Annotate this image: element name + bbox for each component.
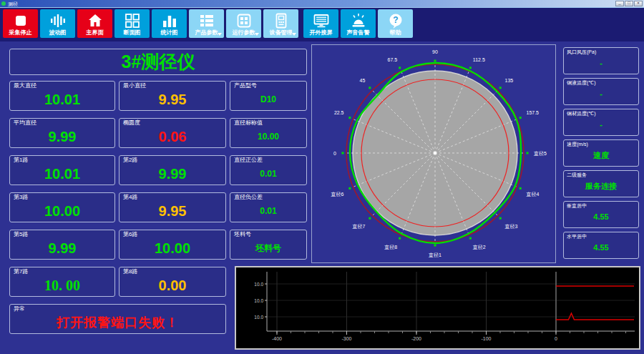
toolbar-button-label: 设备管理 bbox=[270, 30, 293, 36]
toolbar-button-waveform[interactable]: 波动图 bbox=[40, 9, 75, 38]
gauge-title-card: 3#测径仪 bbox=[9, 49, 307, 75]
x-tick-label: -300 bbox=[341, 336, 351, 341]
measurement-card: 第6路10.00 bbox=[119, 230, 226, 260]
angle-tick-marker bbox=[469, 237, 472, 240]
device-manage-icon bbox=[263, 12, 298, 29]
measurement-card: 直径正公差0.01 bbox=[230, 155, 307, 185]
polar-angle-label: 45 bbox=[360, 78, 366, 83]
toolbar-button-run-params[interactable]: 运行参数 bbox=[226, 9, 261, 38]
angle-tick-marker bbox=[499, 217, 502, 220]
window-title: 测径 bbox=[8, 1, 18, 6]
angle-tick-marker bbox=[434, 245, 436, 247]
external-screen-icon bbox=[303, 12, 338, 29]
status-card: 水平居中4.55 bbox=[563, 232, 639, 259]
x-tick-label: 0 bbox=[555, 336, 557, 341]
home-icon bbox=[77, 12, 112, 29]
angle-tick-marker bbox=[499, 87, 502, 89]
toolbar-button-device-manage[interactable]: 设备管理 bbox=[263, 9, 298, 38]
card-value: - bbox=[564, 79, 638, 104]
bar-chart-icon bbox=[152, 12, 187, 29]
y-tick-label: 10.0 bbox=[254, 298, 263, 303]
card-value: 10.01 bbox=[10, 156, 114, 185]
polar-angle-label: 直径8 bbox=[384, 245, 397, 250]
polar-angle-label: 135 bbox=[505, 78, 514, 83]
measurement-card: 第3路10.00 bbox=[9, 192, 115, 222]
card-value: 0.06 bbox=[119, 119, 225, 147]
svg-text:?: ? bbox=[393, 15, 398, 25]
measurement-card: 直径负公差0.01 bbox=[230, 192, 307, 222]
run-params-icon bbox=[226, 12, 261, 29]
x-tick-label: -100 bbox=[481, 336, 491, 341]
measurement-card: 第5路9.99 bbox=[9, 230, 115, 260]
maximize-button[interactable]: □ bbox=[625, 1, 633, 6]
angle-tick-marker bbox=[519, 187, 522, 190]
cross-section-polar-chart: 直径5157.5135112.59067.54522.50直径6直径7直径8直径… bbox=[312, 45, 555, 262]
toolbar-button-label: 采集停止 bbox=[9, 30, 32, 36]
card-value: 10. 00 bbox=[10, 267, 114, 296]
card-value: D10 bbox=[230, 82, 306, 110]
measurement-card: 产品型号D10 bbox=[230, 81, 307, 111]
polar-angle-label: 157.5 bbox=[526, 110, 539, 115]
card-value: 速度 bbox=[564, 140, 638, 166]
angle-tick-marker bbox=[434, 60, 436, 62]
toolbar-button-label: 帮助 bbox=[390, 30, 401, 36]
window-controls: _ □ × bbox=[615, 1, 643, 6]
polar-angle-label: 0 bbox=[333, 151, 336, 156]
angle-tick-marker bbox=[519, 117, 522, 119]
polar-angle-label: 直径6 bbox=[331, 192, 344, 197]
product-params-icon bbox=[189, 12, 224, 29]
toolbar: 采集停止波动图主界面断面图统计图产品参数运行参数设备管理开外接屏声音告警?帮助 bbox=[0, 7, 644, 41]
cross-section-panel: 直径5157.5135112.59067.54522.50直径6直径7直径8直径… bbox=[311, 44, 556, 263]
status-card: 垂直居中4.55 bbox=[563, 201, 639, 228]
measurement-card: 最大直径10.01 bbox=[9, 81, 115, 111]
measurement-card: 第1路10.01 bbox=[9, 155, 115, 185]
status-card: 铜液温度(℃)- bbox=[563, 78, 639, 105]
toolbar-button-label: 主界面 bbox=[87, 30, 104, 36]
toolbar-button-section-view[interactable]: 断面图 bbox=[114, 9, 150, 38]
measurement-card: 第8路0.00 bbox=[119, 267, 226, 297]
toolbar-button-bar-chart[interactable]: 统计图 bbox=[152, 9, 187, 38]
measurement-card: 直径标称值10.00 bbox=[230, 118, 307, 148]
measurement-card: 最小直径9.95 bbox=[119, 81, 226, 111]
stop-icon bbox=[3, 12, 38, 29]
toolbar-button-label: 统计图 bbox=[161, 30, 178, 36]
polar-angle-label: 直径3 bbox=[505, 224, 518, 230]
toolbar-button-stop[interactable]: 采集停止 bbox=[3, 9, 38, 38]
toolbar-button-product-params[interactable]: 产品参数 bbox=[189, 9, 224, 38]
card-value: 4.55 bbox=[564, 202, 638, 227]
angle-tick-marker bbox=[348, 187, 351, 190]
minimize-button[interactable]: _ bbox=[615, 1, 624, 6]
close-button[interactable]: × bbox=[634, 1, 643, 6]
titlebar: 测径 _ □ × bbox=[0, 0, 644, 7]
polar-angle-label: 直径4 bbox=[526, 192, 539, 197]
card-value: 打开报警端口失败！ bbox=[10, 305, 225, 333]
toolbar-button-sound-alarm[interactable]: 声音告警 bbox=[341, 9, 376, 38]
app-window: 测径 _ □ × 采集停止波动图主界面断面图统计图产品参数运行参数设备管理开外接… bbox=[0, 0, 644, 354]
polar-angle-label: 22.5 bbox=[334, 110, 344, 115]
toolbar-button-home[interactable]: 主界面 bbox=[77, 9, 112, 38]
card-value: 0.00 bbox=[119, 267, 225, 296]
angle-tick-marker bbox=[369, 217, 371, 220]
angle-tick-marker bbox=[399, 237, 401, 240]
trend-chart-panel: -400-300-200-100010.010.010.0 bbox=[235, 266, 640, 350]
x-tick-label: -200 bbox=[411, 336, 421, 341]
polar-angle-label: 直径2 bbox=[473, 245, 486, 250]
toolbar-button-help[interactable]: ?帮助 bbox=[378, 9, 413, 38]
status-card: 风口风压(Pa)- bbox=[563, 47, 639, 74]
toolbar-button-label: 波动图 bbox=[49, 30, 67, 36]
measurement-card: 第7路10. 00 bbox=[9, 267, 115, 297]
y-tick-label: 10.0 bbox=[254, 315, 263, 320]
card-value: 0.01 bbox=[230, 193, 306, 222]
card-value: 4.55 bbox=[564, 232, 638, 258]
polar-angle-label: 67.5 bbox=[388, 57, 398, 62]
toolbar-button-label: 运行参数 bbox=[233, 30, 255, 36]
angle-tick-marker bbox=[469, 67, 472, 69]
gauge-title: 3#测径仪 bbox=[122, 50, 195, 74]
app-icon bbox=[1, 1, 6, 6]
measurement-card: 第2路9.99 bbox=[119, 155, 226, 185]
measurement-card: 坯料号坯料号 bbox=[230, 230, 307, 260]
x-tick-label: -400 bbox=[272, 336, 282, 341]
toolbar-button-external-screen[interactable]: 开外接屏 bbox=[303, 9, 338, 38]
card-value: 10.01 bbox=[10, 82, 114, 110]
dropdown-arrow-icon bbox=[255, 33, 259, 36]
